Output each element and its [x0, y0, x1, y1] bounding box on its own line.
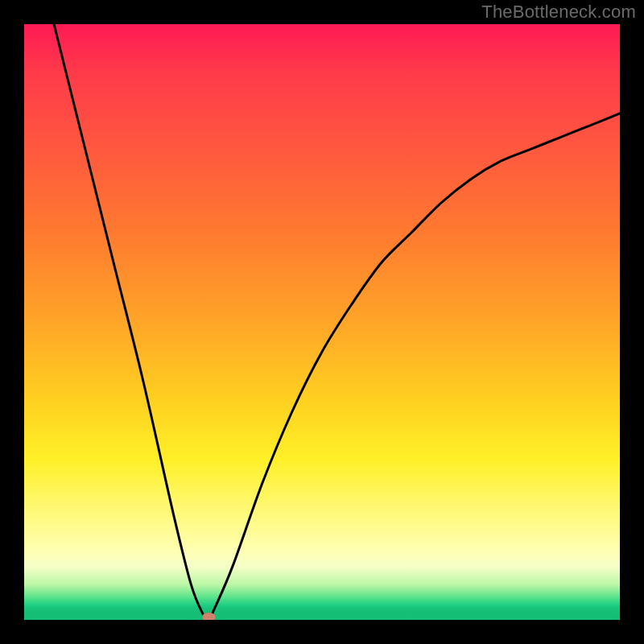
chart-canvas: TheBottleneck.com — [0, 0, 644, 644]
bottleneck-curve — [24, 24, 620, 620]
watermark-text: TheBottleneck.com — [481, 2, 636, 23]
minimum-marker — [202, 613, 216, 620]
plot-area — [24, 24, 620, 620]
curve-svg — [24, 24, 620, 620]
